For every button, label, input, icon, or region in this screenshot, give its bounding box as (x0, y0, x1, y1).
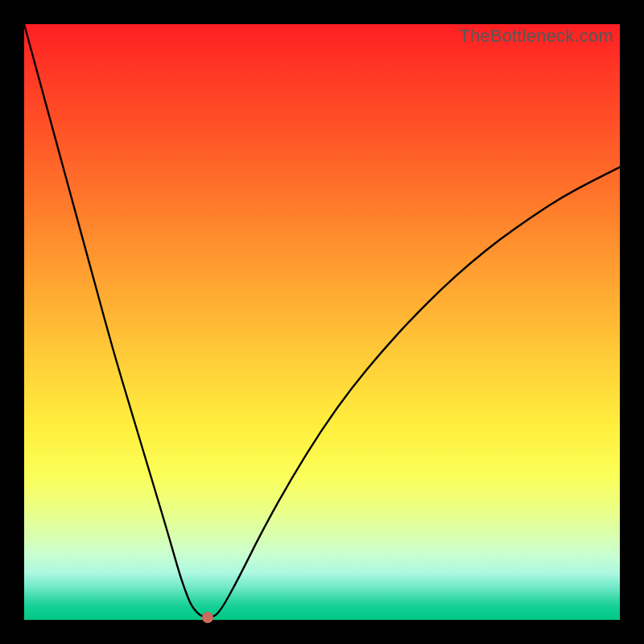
chart-frame: TheBottleneck.com (0, 0, 644, 644)
bottleneck-curve (24, 24, 620, 620)
watermark-text: TheBottleneck.com (459, 26, 613, 47)
minimum-marker (202, 612, 213, 623)
plot-area: TheBottleneck.com (24, 24, 620, 620)
